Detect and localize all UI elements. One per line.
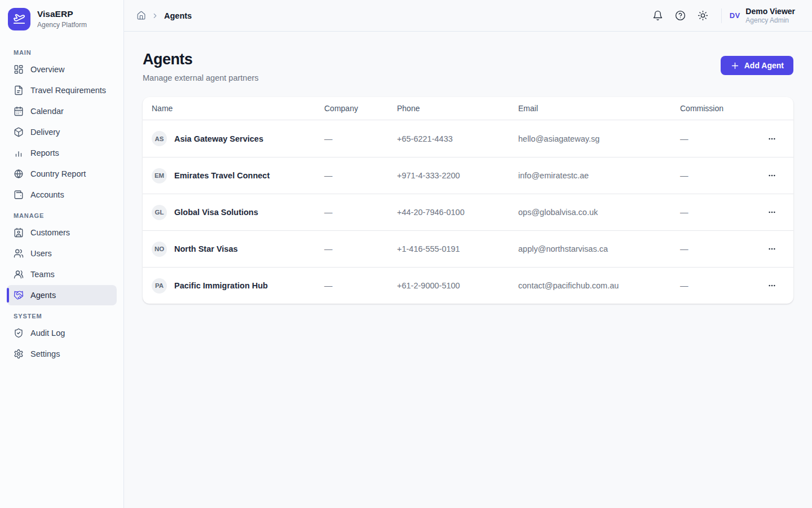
table-body: ASAsia Gateway Services—+65-6221-4433hel… [143, 120, 793, 304]
agent-name-cell: NONorth Star Visas [152, 242, 324, 257]
agent-actions-cell [759, 130, 784, 147]
sidebar-item-label: Audit Log [30, 329, 65, 338]
sidebar-item-users[interactable]: Users [7, 243, 117, 264]
agent-actions-cell [759, 204, 784, 221]
agent-email: hello@asiagateway.sg [518, 134, 680, 143]
row-actions-button[interactable] [764, 204, 780, 221]
file-text-icon [14, 85, 24, 95]
agent-name: Emirates Travel Connect [174, 171, 270, 180]
sidebar-item-customers[interactable]: Customers [7, 222, 117, 243]
user-avatar: DV [730, 11, 740, 20]
agent-commission: — [680, 171, 759, 180]
agent-name-cell: GLGlobal Visa Solutions [152, 205, 324, 220]
sidebar-item-label: Reports [30, 148, 59, 157]
sidebar-item-country-report[interactable]: Country Report [7, 164, 117, 184]
sidebar-item-overview[interactable]: Overview [7, 59, 117, 80]
table-row: GLGlobal Visa Solutions—+44-20-7946-0100… [143, 194, 793, 230]
user-name: Demo Viewer [745, 7, 795, 17]
sidebar-item-label: Overview [30, 65, 64, 74]
agent-name: Asia Gateway Services [174, 134, 263, 143]
agent-company: — [324, 244, 397, 253]
sidebar-item-label: Accounts [30, 190, 64, 199]
theme-toggle-button[interactable] [693, 6, 713, 26]
breadcrumb: Agents [136, 11, 192, 20]
sidebar-item-calendar[interactable]: Calendar [7, 101, 117, 121]
agent-name-cell: ASAsia Gateway Services [152, 131, 324, 146]
sidebar-item-label: Delivery [30, 128, 60, 137]
row-actions-button[interactable] [764, 130, 780, 147]
sidebar-item-reports[interactable]: Reports [7, 143, 117, 163]
agent-email: ops@globalvisa.co.uk [518, 208, 680, 217]
page-subtitle: Manage external agent partners [143, 73, 259, 82]
avatar: EM [152, 168, 167, 183]
avatar: NO [152, 242, 167, 257]
brand-logo [8, 8, 30, 30]
agent-actions-cell [759, 277, 784, 294]
nav-section-label: MAIN [7, 42, 117, 59]
row-actions-button[interactable] [764, 277, 780, 294]
page-header-text: Agents Manage external agent partners [143, 51, 259, 82]
agent-phone: +971-4-333-2200 [397, 171, 518, 180]
ellipsis-icon [767, 244, 776, 253]
settings-icon [14, 349, 24, 359]
avatar: GL [152, 205, 167, 220]
sun-icon [698, 10, 708, 21]
column-header-company: Company [324, 104, 397, 113]
main-area: Agents DV Demo Viewer Agency Admin Agent… [124, 0, 812, 508]
agent-name: Pacific Immigration Hub [174, 281, 268, 290]
sidebar-item-travel-requirements[interactable]: Travel Requirements [7, 80, 117, 100]
sidebar-item-label: Users [30, 249, 52, 258]
sidebar-item-label: Calendar [30, 107, 64, 116]
column-header-phone: Phone [397, 104, 518, 113]
ellipsis-icon [767, 281, 776, 290]
agent-company: — [324, 171, 397, 180]
user-role: Agency Admin [745, 16, 795, 24]
agent-phone: +44-20-7946-0100 [397, 208, 518, 217]
divider [721, 8, 722, 23]
bell-icon [652, 10, 663, 21]
sidebar-item-accounts[interactable]: Accounts [7, 185, 117, 205]
agent-company: — [324, 208, 397, 217]
breadcrumb-current: Agents [164, 11, 192, 20]
agent-actions-cell [759, 167, 784, 184]
topbar: Agents DV Demo Viewer Agency Admin [124, 0, 812, 32]
user-menu[interactable]: DV Demo Viewer Agency Admin [730, 7, 795, 25]
sidebar-item-delivery[interactable]: Delivery [7, 122, 117, 142]
chevron-right-icon [151, 12, 159, 20]
user-info: Demo Viewer Agency Admin [745, 7, 795, 25]
brand: VisaERP Agency Platform [0, 0, 123, 38]
help-button[interactable] [670, 6, 691, 26]
agent-phone: +61-2-9000-5100 [397, 281, 518, 290]
page-header: Agents Manage external agent partners Ad… [143, 51, 793, 82]
table-header-row: Name Company Phone Email Commission [143, 97, 793, 120]
avatar: AS [152, 131, 167, 146]
agent-commission: — [680, 281, 759, 290]
row-actions-button[interactable] [764, 240, 780, 257]
avatar: PA [152, 278, 167, 294]
bar-chart-icon [14, 148, 24, 158]
topbar-actions: DV Demo Viewer Agency Admin [646, 6, 795, 26]
home-icon[interactable] [136, 11, 146, 20]
add-agent-button[interactable]: Add Agent [721, 56, 793, 75]
ellipsis-icon [767, 208, 776, 217]
brand-name: VisaERP [37, 9, 87, 20]
table-row: EMEmirates Travel Connect—+971-4-333-220… [143, 157, 793, 194]
nav-section: MANAGECustomersUsersTeamsAgents [7, 205, 117, 305]
help-circle-icon [675, 10, 686, 21]
sidebar-item-label: Customers [30, 228, 70, 237]
notifications-button[interactable] [648, 6, 668, 26]
column-header-commission: Commission [680, 104, 759, 113]
sidebar-item-audit-log[interactable]: Audit Log [7, 323, 117, 343]
column-header-name: Name [152, 104, 324, 113]
users-icon [14, 248, 24, 259]
dashboard-icon [14, 64, 24, 75]
row-actions-button[interactable] [764, 167, 780, 184]
sidebar-item-teams[interactable]: Teams [7, 264, 117, 284]
shield-check-icon [14, 328, 24, 338]
sidebar-item-agents[interactable]: Agents [7, 285, 117, 305]
agent-company: — [324, 281, 397, 290]
nav-section-label: MANAGE [7, 205, 117, 222]
users-round-icon [14, 269, 24, 279]
sidebar-item-settings[interactable]: Settings [7, 344, 117, 364]
agent-email: info@emiratestc.ae [518, 171, 680, 180]
